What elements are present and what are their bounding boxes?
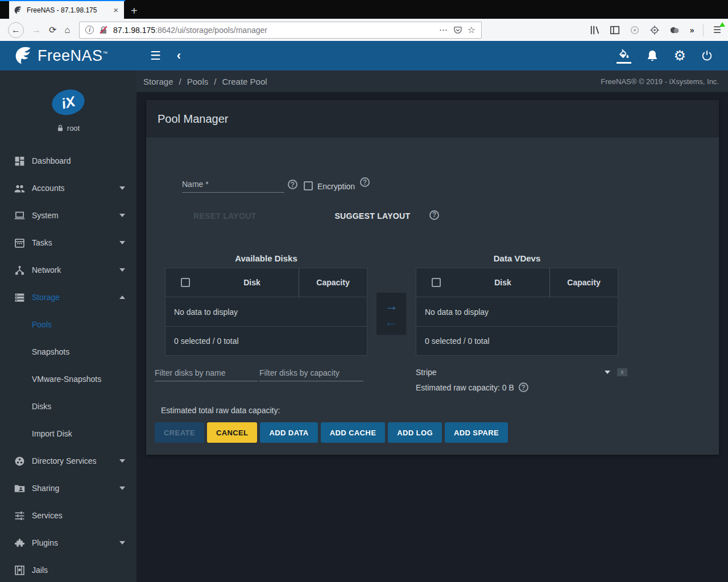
move-left-arrow-icon: ← (384, 315, 398, 329)
chevron-down-icon (119, 459, 125, 463)
notifications-bell-icon[interactable] (646, 49, 659, 63)
overflow-menu-icon[interactable]: » (690, 26, 693, 35)
back-icon[interactable]: ← (8, 22, 24, 38)
select-all-checkbox[interactable] (432, 278, 441, 287)
sidebar-item-system[interactable]: System (0, 202, 136, 229)
breadcrumb-separator: / (179, 77, 181, 86)
action-buttons: CREATE CANCEL ADD DATA ADD CACHE ADD LOG… (155, 422, 508, 443)
sidebar-item-pools[interactable]: Pools (0, 311, 136, 338)
add-spare-button[interactable]: ADD SPARE (445, 422, 508, 443)
page-title: Pool Manager (158, 113, 229, 126)
sidebar-item-import-disk[interactable]: Import Disk (0, 420, 136, 447)
highlight-icon[interactable] (650, 25, 660, 35)
freenas-logo[interactable]: FreeNAS™ (0, 45, 136, 66)
filter-capacity-input[interactable] (259, 367, 363, 381)
sidebar-item-dashboard[interactable]: Dashboard (0, 147, 136, 174)
chevron-down-icon (119, 214, 125, 217)
accounts-icon (14, 182, 32, 194)
filter-name-input[interactable] (155, 367, 258, 381)
pocket-icon[interactable] (453, 26, 462, 35)
sidebar-item-network[interactable]: Network (0, 256, 136, 284)
sidebar-item-plugins[interactable]: Plugins (0, 529, 136, 556)
reload-icon[interactable]: ⟳ (49, 24, 56, 35)
sidebar-item-accounts[interactable]: Accounts (0, 174, 136, 202)
network-icon (14, 264, 32, 276)
bookmark-star-icon[interactable]: ☆ (468, 24, 475, 35)
forward-icon: → (32, 25, 41, 35)
estimated-raw-help-icon[interactable]: ? (519, 383, 528, 392)
sidebar-item-snapshots[interactable]: Snapshots (0, 338, 136, 365)
theme-picker-button[interactable] (617, 48, 631, 64)
col-capacity: Capacity (299, 268, 367, 297)
vdev-type-select[interactable]: Stripe x (416, 366, 627, 379)
home-icon[interactable]: ⌂ (64, 25, 70, 35)
layout-help-icon[interactable]: ? (429, 210, 439, 220)
browser-menu-wrap[interactable]: ☰ (713, 24, 721, 35)
chevron-down-icon (119, 541, 125, 544)
url-bar[interactable]: i 87.1.98.175:8642/ui/storage/pools/mana… (79, 22, 482, 39)
header-icons: ⚙ (617, 48, 728, 64)
sidebar-item-vmware-snapshots[interactable]: VMware-Snapshots (0, 365, 136, 393)
transfer-box: → ← (377, 293, 406, 335)
sidebar-item-jails[interactable]: Jails (0, 556, 136, 582)
layout-buttons-row: RESET LAYOUT SUGGEST LAYOUT ? (182, 207, 439, 225)
screenshot-icon (630, 25, 640, 35)
trademark: ™ (103, 51, 109, 56)
user-name: root (67, 124, 80, 132)
card-body: ? Encryption ? RESET LAYOUT SUGGEST LAYO… (146, 138, 719, 455)
add-log-button[interactable]: ADD LOG (388, 422, 442, 443)
sidebar-toggle-icon[interactable] (610, 25, 620, 35)
browser-tab[interactable]: FreeNAS - 87.1.98.175 × (9, 1, 124, 19)
system-icon (14, 210, 32, 222)
pool-name-input[interactable] (182, 178, 284, 193)
freenas-shark-icon (14, 45, 34, 66)
freenas-favicon (14, 6, 23, 15)
sidebar-item-services[interactable]: Services (0, 502, 136, 529)
site-info-icon[interactable]: i (85, 26, 94, 34)
estimated-total-text: Estimated total raw data capacity: (161, 406, 280, 415)
col-disk: Disk (205, 278, 299, 287)
data-vdevs-table: Disk Capacity No data to display 0 selec… (416, 268, 618, 356)
nav-back-icon[interactable]: ‹ (177, 48, 181, 63)
toolbar-separator (703, 24, 704, 36)
header-nav: ☰ ‹ (136, 48, 181, 63)
remove-vdev-button[interactable]: x (617, 368, 627, 376)
encryption-checkbox[interactable] (304, 181, 313, 190)
table-footer: 0 selected / 0 total (416, 327, 618, 355)
encryption-help-icon[interactable]: ? (360, 177, 370, 187)
tab-close-icon[interactable]: × (112, 5, 119, 15)
tab-title: FreeNAS - 87.1.98.175 (27, 6, 108, 14)
select-all-checkbox[interactable] (181, 278, 190, 287)
chevron-down-icon (119, 241, 125, 244)
sidebar-item-tasks[interactable]: Tasks (0, 229, 136, 256)
services-tune-icon (14, 510, 32, 522)
library-icon[interactable] (590, 25, 600, 35)
create-button: CREATE (155, 422, 204, 443)
new-tab-button[interactable]: + (131, 5, 138, 16)
encryption-label: Encryption (317, 182, 355, 191)
insecure-lock-icon[interactable] (99, 26, 108, 35)
settings-gear-icon[interactable]: ⚙ (673, 49, 686, 63)
containers-icon[interactable] (669, 25, 680, 35)
sidebar-item-sharing[interactable]: Sharing (0, 475, 136, 502)
name-help-icon[interactable]: ? (288, 180, 297, 189)
cancel-button[interactable]: CANCEL (207, 422, 258, 443)
dashboard-icon (14, 155, 32, 167)
sidebar-item-storage[interactable]: Storage (0, 284, 136, 311)
move-right-arrow-icon[interactable]: → (384, 299, 398, 313)
add-cache-button[interactable]: ADD CACHE (321, 422, 386, 443)
breadcrumb-storage[interactable]: Storage (143, 77, 173, 86)
breadcrumb-pools[interactable]: Pools (187, 77, 209, 86)
power-icon[interactable] (701, 49, 713, 63)
add-data-button[interactable]: ADD DATA (260, 422, 317, 443)
sidebar-user: root (0, 124, 136, 132)
breadcrumb: Storage / Pools / Create Pool FreeNAS® ©… (136, 70, 728, 92)
page-actions-icon[interactable]: ⋯ (439, 25, 448, 35)
sidebar-item-disks[interactable]: Disks (0, 393, 136, 420)
col-disk: Disk (456, 278, 549, 287)
suggest-layout-button[interactable]: SUGGEST LAYOUT (325, 207, 419, 225)
sidenav-toggle-icon[interactable]: ☰ (150, 49, 161, 63)
sidebar-item-directory-services[interactable]: Directory Services (0, 447, 136, 475)
table-header: Disk Capacity (416, 268, 618, 297)
available-disks-title: Available Disks (165, 253, 367, 263)
